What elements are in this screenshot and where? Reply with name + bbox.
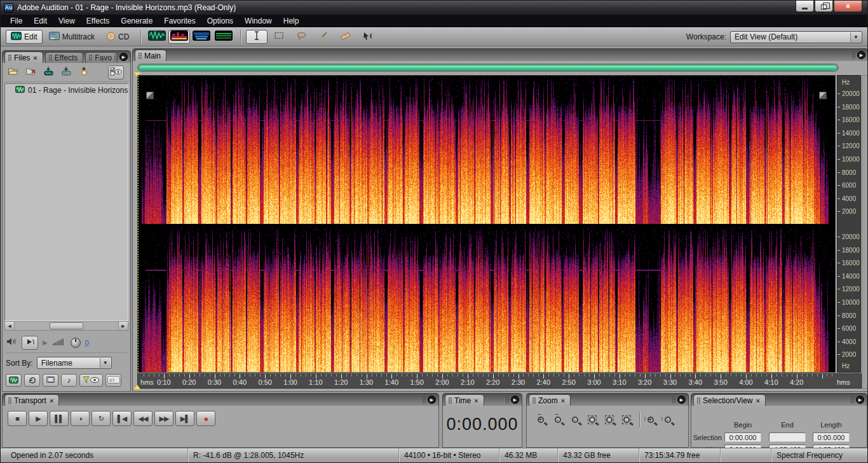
spectrogram-canvas[interactable]	[138, 76, 835, 372]
frequency-ruler[interactable]: Hz20000180001600014000120001000080006000…	[837, 75, 861, 373]
tab-main[interactable]: Main	[135, 50, 166, 61]
horizontal-zoom-scrollbar[interactable]	[137, 64, 839, 72]
cd-view-button[interactable]: CD	[101, 30, 134, 44]
zoom-in-left-edge-button[interactable]	[619, 412, 636, 427]
tab-effects[interactable]: Effects	[45, 52, 83, 63]
menu-generate[interactable]: Generate	[115, 15, 158, 27]
panel-menu-button[interactable]: ▶	[119, 53, 128, 61]
zoom-out-full-button[interactable]: -	[567, 412, 585, 427]
panel-menu-button[interactable]: ▶	[677, 396, 686, 404]
scroll-right-icon[interactable]: ▶	[118, 322, 128, 330]
play-from-cursor-button[interactable]: ◑	[71, 411, 90, 426]
workspace-select[interactable]: Edit View (Default) ▼	[730, 31, 862, 43]
close-button[interactable]: ×	[834, 1, 862, 12]
show-video-files-button[interactable]	[43, 374, 58, 387]
tab-selection-view[interactable]: Selection/View×	[693, 394, 766, 406]
time-selection-tool-button[interactable]	[246, 30, 268, 44]
tab-files[interactable]: Files×	[4, 52, 43, 63]
spectral-pan-display-button[interactable]	[191, 30, 212, 44]
scrollbar-track[interactable]	[15, 322, 118, 330]
play-looped-button[interactable]: ↻	[92, 411, 111, 426]
pause-button[interactable]: ▌▌	[50, 411, 69, 426]
menu-edit[interactable]: Edit	[28, 15, 53, 27]
spot-healing-brush-tool-button[interactable]	[335, 30, 356, 44]
show-loop-files-button[interactable]	[24, 374, 40, 387]
zoom-scrollbar-thumb[interactable]	[139, 65, 837, 71]
tab-close-icon[interactable]: ×	[756, 397, 760, 404]
scroll-left-icon[interactable]: ◀	[5, 322, 15, 330]
fast-forward-button[interactable]: ▶▶	[154, 411, 173, 426]
selection-begin-field[interactable]: 0:00.000	[724, 432, 761, 442]
preview-volume-knob[interactable]	[71, 338, 81, 348]
menu-file[interactable]: File	[4, 15, 28, 27]
file-item[interactable]: 01 - Rage - Invisible Horizons.mp	[5, 84, 128, 96]
playhead-line[interactable]	[138, 76, 139, 372]
spectral-phase-display-button[interactable]	[213, 30, 234, 44]
effects-paintbrush-tool-button[interactable]	[313, 30, 334, 44]
multitrack-view-button[interactable]: Multitrack	[44, 30, 100, 44]
menu-options[interactable]: Options	[201, 15, 239, 27]
menu-effects[interactable]: Effects	[81, 15, 115, 27]
tab-transport[interactable]: Transport×	[4, 394, 59, 406]
play-button[interactable]: ▶	[29, 411, 48, 426]
preview-device-icon[interactable]	[6, 337, 17, 349]
title-bar[interactable]: Au Adobe Audition - 01 - Rage - Invisibl…	[1, 1, 867, 15]
show-midi-files-button[interactable]: ♪	[61, 374, 77, 387]
panel-menu-button[interactable]: ▶	[856, 396, 864, 404]
zoom-in-right-edge-button[interactable]	[602, 412, 619, 427]
autoplay-volume-link[interactable]: 0	[85, 339, 89, 347]
vertical-scrollbar-gutter[interactable]	[862, 75, 868, 389]
menu-help[interactable]: Help	[278, 15, 305, 27]
panel-menu-button[interactable]: ▶	[428, 396, 436, 404]
filter-eye-button[interactable]	[79, 374, 103, 387]
menu-favorites[interactable]: Favorites	[158, 15, 201, 27]
scrollbar-thumb[interactable]	[50, 322, 83, 329]
chevron-down-icon[interactable]: ▼	[850, 32, 861, 42]
record-button[interactable]: ●	[196, 411, 215, 426]
panel-menu-button[interactable]: ▶	[857, 51, 865, 59]
show-options-button[interactable]	[108, 66, 124, 79]
import-audio-button[interactable]	[41, 66, 57, 79]
autoplay-toggle-button[interactable]	[22, 336, 38, 350]
scrub-tool-button[interactable]	[357, 30, 379, 44]
menu-window[interactable]: Window	[239, 15, 278, 27]
tab-favo[interactable]: Favo	[85, 52, 118, 63]
extract-cd-audio-button[interactable]	[76, 66, 92, 79]
tab-close-icon[interactable]: ×	[33, 54, 37, 62]
file-list-hscrollbar[interactable]: ◀ ▶	[4, 321, 128, 331]
show-full-paths-button[interactable]: c:\	[105, 374, 121, 387]
minimize-button[interactable]	[796, 1, 814, 12]
tab-zoom[interactable]: Zoom×	[529, 394, 571, 406]
import-file-button[interactable]	[5, 66, 21, 79]
go-to-end-button[interactable]: ▶▌	[175, 411, 194, 426]
tab-close-icon[interactable]: ×	[561, 397, 565, 404]
file-list[interactable]: 01 - Rage - Invisible Horizons.mp	[4, 83, 128, 321]
tab-close-icon[interactable]: ×	[474, 397, 478, 404]
spectral-frequency-display-button[interactable]	[168, 30, 190, 44]
zoom-handle-top-left[interactable]	[146, 92, 154, 99]
close-file-button[interactable]	[23, 66, 39, 79]
show-audio-files-button[interactable]	[6, 374, 22, 387]
time-ruler[interactable]: 0:100:200:300:400:501:001:101:201:301:40…	[137, 373, 862, 389]
selection-end-field[interactable]	[769, 432, 806, 442]
preview-play-button[interactable]: ▶	[43, 339, 48, 346]
zoom-in-vertical-button[interactable]: +↕	[643, 412, 660, 427]
sort-by-select[interactable]: Filename ▼	[37, 357, 112, 369]
selection-length-field[interactable]: 0:00.000	[813, 432, 850, 442]
tab-time[interactable]: Time×	[445, 394, 484, 406]
marquee-selection-tool-button[interactable]	[268, 30, 290, 44]
waveform-display-button[interactable]	[146, 30, 168, 44]
zoom-in-horizontal-button[interactable]: +↔	[533, 412, 550, 427]
tab-close-icon[interactable]: ×	[50, 397, 53, 404]
restore-button[interactable]	[815, 1, 833, 12]
panel-menu-button[interactable]: ▶	[511, 396, 519, 404]
rewind-button[interactable]: ◀◀	[133, 411, 153, 426]
zoom-out-vertical-button[interactable]: -↕	[660, 412, 677, 427]
spectral-display[interactable]	[137, 75, 836, 373]
menu-view[interactable]: View	[53, 15, 81, 27]
edit-view-button[interactable]: Edit	[6, 30, 43, 44]
zoom-to-selection-button[interactable]	[585, 412, 602, 427]
current-time-display[interactable]: 0:00.000	[443, 415, 522, 434]
import-session-button[interactable]	[58, 66, 74, 79]
chevron-down-icon[interactable]: ▼	[100, 358, 111, 368]
